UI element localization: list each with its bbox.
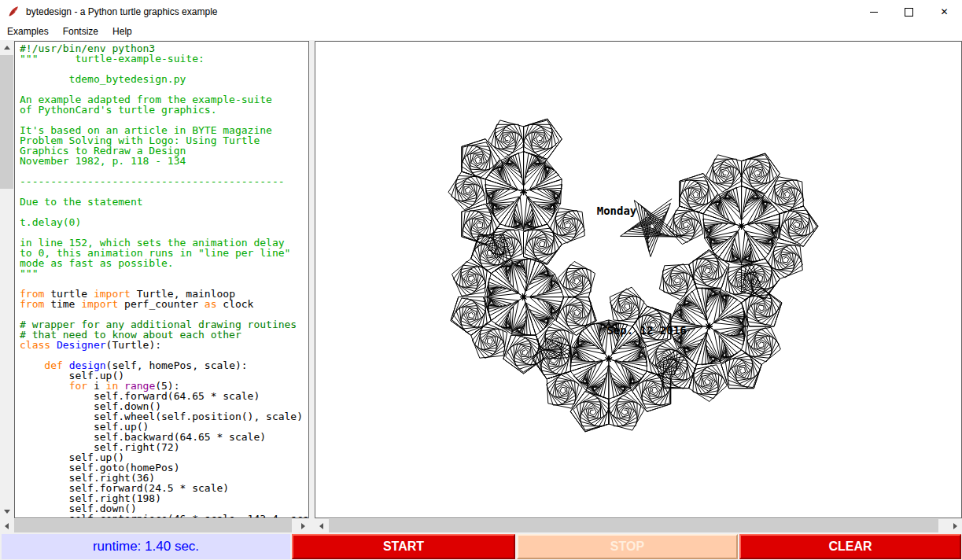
close-icon: ✕	[940, 7, 948, 17]
menu-help[interactable]: Help	[105, 24, 139, 40]
right-arrow-icon	[301, 523, 305, 529]
code-horizontal-scrollbar[interactable]	[0, 519, 310, 532]
canvas-scroll-left-button[interactable]	[315, 519, 328, 532]
code-line: ----------------------------------------…	[20, 176, 308, 186]
scroll-down-button[interactable]	[0, 505, 13, 518]
code-line: from time import perf_counter as clock	[20, 299, 308, 309]
code-line: tdemo_bytedesign.py	[20, 74, 308, 84]
left-arrow-icon	[5, 523, 9, 529]
code-line: of PythonCard's turtle graphics.	[20, 105, 308, 115]
window-controls: ✕	[856, 0, 962, 24]
left-arrow-icon	[319, 523, 323, 529]
code-line: mode as fast as possible.	[20, 258, 308, 268]
maximize-button[interactable]	[891, 0, 927, 24]
tk-feather-icon	[7, 6, 20, 18]
down-arrow-icon	[4, 510, 10, 514]
scroll-up-button[interactable]	[0, 41, 13, 54]
code-vertical-scrollbar[interactable]	[0, 41, 13, 518]
title-bar: bytedesign - a Python turtle graphics ex…	[0, 0, 962, 24]
maximize-icon	[905, 8, 913, 17]
code-line: class Designer(Turtle):	[20, 340, 308, 350]
code-editor[interactable]: #!/usr/bin/env python3""" turtle-example…	[14, 41, 309, 518]
vertical-scroll-thumb[interactable]	[0, 55, 13, 189]
minimize-icon	[870, 12, 878, 13]
code-line: Due to the statement	[20, 197, 308, 207]
turtle-canvas: Monday Sep. 12 2016	[315, 41, 962, 518]
menu-examples[interactable]: Examples	[0, 24, 56, 40]
code-line: November 1982, p. 118 - 134	[20, 156, 308, 166]
start-button[interactable]: START	[292, 534, 515, 559]
window-title: bytedesign - a Python turtle graphics ex…	[26, 6, 217, 17]
runtime-label: runtime: 1.40 sec.	[2, 534, 290, 559]
bytedesign-drawing: Monday Sep. 12 2016	[315, 42, 961, 518]
stop-button[interactable]: STOP	[517, 534, 738, 559]
scroll-right-button[interactable]	[297, 519, 310, 532]
up-arrow-icon	[4, 46, 10, 50]
menu-fontsize[interactable]: Fontsize	[56, 24, 105, 40]
minimize-button[interactable]	[856, 0, 891, 24]
canvas-day-text: Monday	[597, 204, 637, 217]
code-line: """	[20, 268, 308, 278]
canvas-date-text: Sep. 12 2016	[606, 324, 686, 337]
clear-button[interactable]: CLEAR	[739, 534, 961, 559]
bytedesign-path	[448, 119, 818, 432]
app-icon	[7, 6, 20, 18]
close-button[interactable]: ✕	[927, 0, 962, 24]
status-bar: runtime: 1.40 sec. START STOP CLEAR	[0, 533, 962, 560]
right-arrow-icon	[953, 523, 957, 529]
canvas-scroll-right-button[interactable]	[949, 519, 962, 532]
canvas-hscroll-thumb[interactable]	[329, 519, 938, 532]
code-line: self.centerpiece(46 * scale, 143.4, scal…	[20, 514, 308, 518]
code-line: t.delay(0)	[20, 217, 308, 227]
code-line: """ turtle-example-suite:	[20, 53, 308, 64]
menu-bar: Examples Fontsize Help	[0, 24, 962, 40]
scroll-left-button[interactable]	[0, 519, 13, 532]
canvas-horizontal-scrollbar[interactable]	[315, 519, 962, 532]
code-hscroll-thumb[interactable]	[14, 519, 292, 532]
